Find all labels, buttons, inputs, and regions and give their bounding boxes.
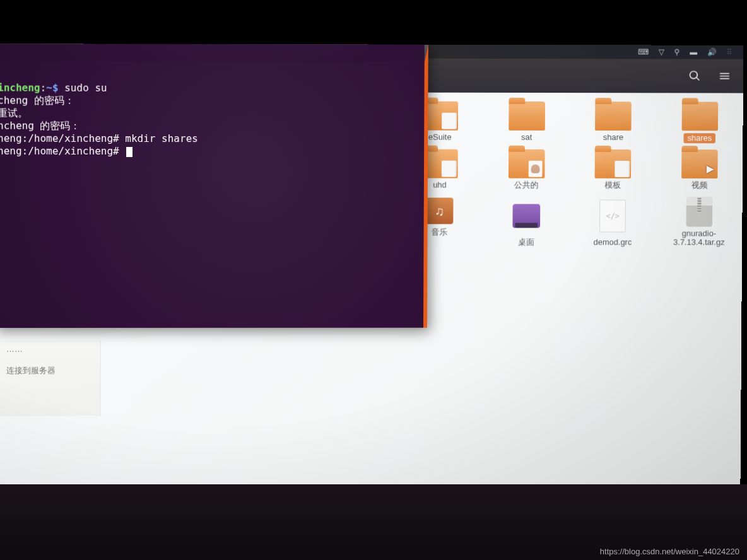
file-label: demod.grc: [594, 238, 632, 247]
clock-icon[interactable]: ⠿: [727, 48, 732, 57]
sound-icon[interactable]: 🔊: [707, 48, 717, 57]
sidebar-item-connect-server[interactable]: 连接到服务器: [6, 365, 94, 376]
prompt-path: ~$: [46, 82, 58, 94]
file-label: gnuradio-3.7.13.4.tar.gz: [664, 229, 733, 247]
line-password: cheng 的密码：: [0, 95, 74, 107]
keyboard-indicator-icon[interactable]: ⌨: [638, 47, 649, 56]
file-label: 视频: [691, 181, 708, 190]
battery-icon[interactable]: ▬: [690, 48, 697, 57]
bluetooth-icon[interactable]: ⚲: [674, 48, 680, 57]
file-item[interactable]: demod.grc: [575, 196, 650, 247]
monitor-screen: ⌨ ▽ ⚲ ▬ 🔊 ⠿ eSuitesatsharesharesuhd公共的模板…: [0, 44, 743, 523]
folder-orange-icon: [509, 102, 545, 131]
sidebar-item-misc[interactable]: ……: [6, 344, 94, 354]
cmd-sudo: sudo su: [59, 82, 107, 94]
line-prompt2: heng:/home/xincheng#: [0, 145, 125, 157]
file-label: 模板: [605, 181, 621, 190]
menu-button[interactable]: [715, 66, 735, 86]
file-label: shares: [684, 133, 716, 143]
folder-share-icon: [509, 149, 545, 178]
file-item[interactable]: 模板: [576, 149, 650, 190]
terminal-body[interactable]: incheng:~$ sudo su cheng 的密码： 重试。 ncheng…: [0, 80, 425, 159]
folder-video-icon: [681, 149, 718, 178]
terminal-cursor: [126, 147, 132, 157]
file-item[interactable]: 桌面: [489, 196, 563, 247]
file-item[interactable]: 视频: [662, 149, 737, 190]
folder-desktop-icon: [512, 204, 540, 228]
line-retry: 重试。: [0, 107, 28, 119]
file-item[interactable]: share: [576, 102, 650, 143]
file-label: 桌面: [518, 238, 534, 247]
file-label: 音乐: [432, 228, 448, 236]
hamburger-icon: [718, 70, 731, 83]
line-mkdir-cmd: mkdir shares: [125, 132, 197, 144]
watermark: https://blog.csdn.net/weixin_44024220: [600, 547, 739, 556]
folder-orange-icon: [681, 102, 718, 131]
line-mkdir-prefix: heng:/home/xincheng#: [0, 132, 125, 144]
terminal-window[interactable]: incheng:~$ sudo su cheng 的密码： 重试。 ncheng…: [0, 44, 428, 328]
file-item[interactable]: 公共的: [490, 149, 564, 190]
wifi-icon[interactable]: ▽: [659, 48, 664, 57]
file-label: share: [603, 133, 623, 142]
icon-file-icon: [599, 199, 626, 232]
folder-orange-icon: [595, 102, 632, 131]
icon-music-icon: [426, 197, 454, 224]
file-label: 公共的: [514, 181, 539, 190]
search-icon: [688, 70, 701, 83]
file-item[interactable]: gnuradio-3.7.13.4.tar.gz: [662, 196, 736, 247]
line-password2: ncheng 的密码：: [0, 120, 81, 132]
prompt-sep: :: [40, 82, 47, 94]
icon-archive-icon: [686, 196, 712, 226]
search-button[interactable]: [685, 66, 705, 86]
file-label: eSuite: [428, 133, 452, 142]
file-grid: eSuitesatsharesharesuhd公共的模板视频音乐桌面demod.…: [403, 102, 737, 247]
file-item[interactable]: shares: [662, 102, 737, 143]
file-manager-sidebar: …… 连接到服务器: [0, 341, 101, 416]
file-label: uhd: [433, 181, 447, 190]
file-item[interactable]: sat: [490, 102, 564, 143]
file-label: sat: [521, 133, 532, 142]
folder-page-icon: [595, 149, 632, 178]
prompt-user: incheng: [0, 81, 40, 93]
